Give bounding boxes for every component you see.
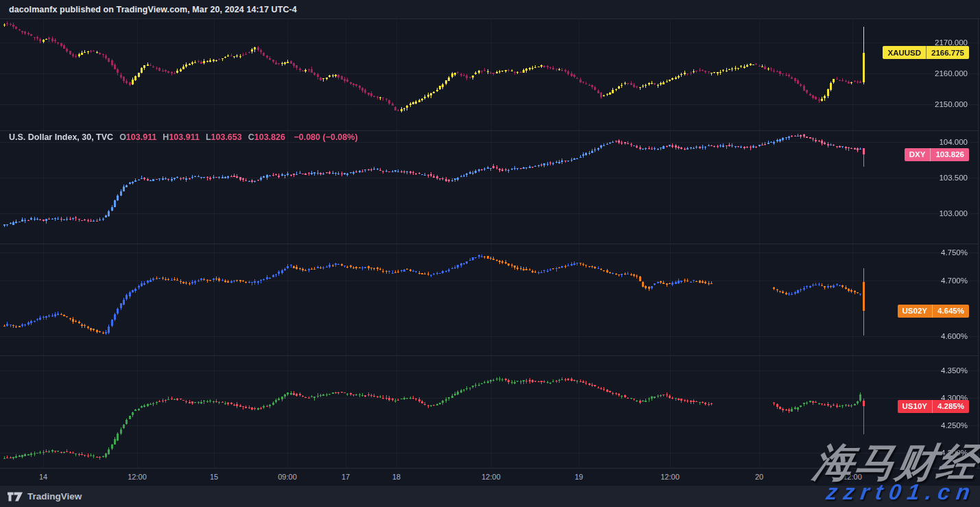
- price-axis-label: 2160.000: [935, 69, 968, 78]
- watermark-url: zzrt01.cn: [826, 480, 976, 505]
- publish-header: dacolmanfx published on TradingView.com,…: [0, 0, 980, 19]
- price-axis-label: 2150.000: [935, 99, 968, 109]
- time-axis-tick[interactable]: 15: [210, 473, 218, 481]
- price-axis-label: 4.700%: [941, 276, 968, 285]
- legend-ohlc-value: 103.653: [211, 132, 242, 142]
- tradingview-logo-icon[interactable]: [8, 492, 23, 502]
- legend-ohlc-key: L: [206, 132, 211, 142]
- price-badge-us02y[interactable]: US02Y4.645%: [898, 305, 969, 318]
- time-axis-tick[interactable]: 12:00: [128, 473, 147, 481]
- symbol-legend[interactable]: U.S. Dollar Index, 30, TVCO103.911H103.9…: [9, 132, 358, 142]
- price-badge-dxy[interactable]: DXY103.826: [905, 148, 969, 161]
- legend-ohlc-value: 103.911: [169, 132, 200, 142]
- time-axis-tick[interactable]: 12:00: [481, 473, 501, 481]
- time-axis-tick[interactable]: 18: [392, 473, 401, 481]
- legend-ohlc-values: O103.911H103.911L103.653C103.826: [113, 132, 285, 142]
- time-axis-tick[interactable]: 20: [755, 473, 763, 481]
- price-badge-xauusd[interactable]: XAUUSD2166.775: [883, 46, 969, 59]
- badge-symbol: XAUUSD: [883, 46, 926, 59]
- candlestick-canvas[interactable]: [0, 0, 980, 507]
- price-badge-us10y[interactable]: US10Y4.285%: [898, 400, 969, 413]
- badge-last-price: 4.645%: [932, 305, 969, 318]
- price-axis-label: 4.350%: [941, 366, 968, 375]
- price-axis-label: 4.600%: [941, 331, 968, 341]
- time-axis-tick[interactable]: 17: [342, 473, 350, 481]
- price-axis-label: 4.750%: [941, 248, 968, 257]
- price-axis-label: 4.250%: [941, 421, 968, 430]
- badge-symbol: US10Y: [898, 400, 932, 413]
- badge-last-price: 4.285%: [932, 400, 969, 413]
- price-axis-label: 103.000: [939, 209, 968, 218]
- badge-last-price: 2166.775: [926, 46, 969, 59]
- legend-ohlc-value: 103.911: [126, 132, 157, 142]
- legend-ohlc-key: O: [119, 132, 126, 142]
- legend-ohlc-value: 103.826: [254, 132, 285, 142]
- time-axis-tick[interactable]: 12:00: [660, 473, 680, 481]
- time-axis-tick[interactable]: 19: [575, 473, 583, 481]
- legend-change: −0.080 (−0.08%): [294, 132, 357, 142]
- badge-symbol: US02Y: [898, 305, 932, 318]
- price-axis-label: 103.500: [939, 173, 968, 182]
- footer-brand[interactable]: TradingView: [27, 491, 82, 502]
- time-axis-tick[interactable]: 09:00: [278, 473, 297, 481]
- published-line: dacolmanfx published on TradingView.com,…: [9, 5, 297, 14]
- price-axis-label: 104.000: [939, 137, 968, 147]
- badge-last-price: 103.826: [930, 148, 969, 161]
- time-axis-tick[interactable]: 14: [39, 473, 47, 481]
- tradingview-published-chart: dacolmanfx published on TradingView.com,…: [0, 0, 980, 507]
- legend-ohlc-key: C: [248, 132, 254, 142]
- badge-symbol: DXY: [905, 148, 931, 161]
- legend-title[interactable]: U.S. Dollar Index, 30, TVC: [9, 132, 113, 142]
